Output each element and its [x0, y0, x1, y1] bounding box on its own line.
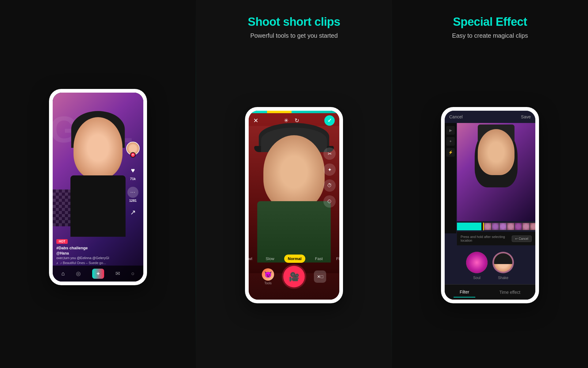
phone-wrapper-middle: ✕ ✳ ↻ ✓	[245, 52, 343, 359]
man-face	[263, 135, 325, 209]
feed-side-icons: + ♥ 71k ··· 1281 ↗	[126, 142, 140, 217]
discover-icon: ◎	[76, 270, 81, 277]
speed-selector: Crawl Slow Normal Fast Flash	[249, 255, 339, 263]
right-subtitle: Easy to create magical clips	[452, 32, 528, 39]
tab-filter[interactable]: Filter	[454, 287, 475, 297]
main-container: GIRL + ♥	[0, 0, 588, 368]
camera-screen: ✕ ✳ ↻ ✓	[249, 111, 339, 300]
feed-username[interactable]: @Hana	[56, 251, 126, 255]
share-button[interactable]: ↗	[130, 209, 136, 217]
thumb-3	[499, 223, 507, 230]
tab-time-effect[interactable]: Time effect	[493, 287, 526, 297]
camera-close-button[interactable]: ✕	[253, 117, 258, 124]
timeline-thumbnails	[484, 223, 535, 230]
timeline-strip[interactable]	[457, 223, 535, 230]
nav-add-button[interactable]: +	[92, 269, 104, 279]
left-icon-3[interactable]: ⚡	[446, 148, 455, 157]
comment-count: 1281	[129, 199, 137, 202]
comment-button[interactable]: ··· 1281	[127, 187, 138, 202]
hold-cancel-button[interactable]: ↩ Cancel	[512, 236, 532, 242]
middle-subtitle: Powerful tools to get you started	[250, 32, 338, 39]
share-icon: ↗	[130, 209, 136, 217]
feed-hashtag[interactable]: #Dabs challenge	[56, 246, 126, 250]
middle-title: Shoot short clips	[248, 15, 340, 29]
thumb-7	[530, 223, 535, 230]
nav-profile[interactable]: ○	[131, 270, 135, 277]
hold-cancel-label: Cancel	[519, 237, 528, 240]
home-icon: ⌂	[61, 270, 65, 277]
effects-save-button[interactable]: Save	[521, 114, 531, 119]
effects-video-bg	[457, 123, 535, 221]
speed-crawl[interactable]: Crawl	[249, 255, 256, 263]
effects-tool[interactable]: ✦	[323, 163, 336, 176]
nav-discover[interactable]: ◎	[76, 270, 81, 277]
panel-right: Special Effect Easy to create magical cl…	[392, 0, 588, 368]
speed-normal[interactable]: Normal	[284, 255, 305, 263]
effects-bottom-tabs: Filter Time effect	[445, 284, 535, 300]
record-area: 😈 Tools 🎥 ✕□	[249, 266, 339, 287]
feed-description: over,turn you @Eelinna @GeleryGl	[56, 256, 126, 260]
camera-icon: 🎥	[289, 272, 300, 282]
tools-icon[interactable]: 😈	[262, 268, 274, 281]
countdown-tool[interactable]: ⏲	[323, 195, 336, 208]
panel-left: GIRL + ♥	[0, 0, 196, 368]
music-note-icon: ♪	[56, 261, 58, 265]
thumb-4	[507, 223, 514, 230]
feed-bottom-overlay: HOT #Dabs challenge @Hana over,turn you …	[56, 238, 126, 265]
speed-flash[interactable]: Flash	[333, 255, 339, 263]
camera-yellow-strip	[267, 111, 292, 113]
like-button[interactable]: ♥ 71k	[127, 165, 138, 181]
effects-video-area	[457, 123, 535, 221]
timer-tool[interactable]: ⏱	[323, 179, 336, 192]
soul-thumbnail	[466, 252, 488, 273]
scissors-tool[interactable]: ✂	[323, 148, 336, 160]
speed-fast[interactable]: Fast	[311, 255, 326, 263]
nav-messages[interactable]: ✉	[115, 270, 120, 277]
tools-label: Tools	[264, 282, 271, 285]
thumb-5	[514, 223, 522, 230]
feed-screen: GIRL + ♥	[53, 93, 143, 282]
phone-screen-middle: ✕ ✳ ↻ ✓	[249, 111, 339, 300]
phone-frame-right: ▶ ✦ ⚡ Cancel Save	[441, 107, 539, 303]
effects-left-panel: ▶ ✦ ⚡	[445, 123, 456, 233]
thumb-2	[492, 223, 499, 230]
shake-thumbnail	[492, 252, 514, 273]
avatar-wrapper: +	[126, 142, 140, 155]
camera-confirm-button[interactable]: ✓	[324, 115, 335, 126]
follow-button[interactable]: +	[130, 152, 136, 158]
phone-wrapper-left: GIRL + ♥	[49, 15, 147, 359]
camera-green-strip	[249, 111, 339, 113]
timeline-cyan	[457, 223, 481, 230]
undo-icon: ↩	[515, 237, 518, 240]
soul-label: Soul	[473, 276, 481, 280]
feed-bottom-nav: ⌂ ◎ + ✉ ○	[53, 266, 143, 282]
effect-shake[interactable]: Shake	[492, 252, 514, 280]
thumb-6	[522, 223, 530, 230]
nav-home[interactable]: ⌂	[61, 270, 65, 277]
person-body	[70, 175, 126, 237]
cancel-record-button[interactable]: ✕□	[314, 270, 326, 283]
hold-text: Press and hold after selecting location	[461, 235, 512, 242]
left-icon-2[interactable]: ✦	[446, 137, 455, 146]
person-face	[74, 117, 123, 178]
profile-icon: ○	[131, 270, 135, 277]
effects-header: Cancel Save	[449, 114, 531, 119]
feed-music-text: ♪ Beautiful Ones – Suede go...	[60, 261, 106, 265]
speed-slow[interactable]: Slow	[262, 255, 278, 263]
effects-screen: ▶ ✦ ⚡ Cancel Save	[445, 111, 535, 300]
messages-icon: ✉	[115, 270, 120, 277]
heart-icon: ♥	[127, 165, 138, 176]
comment-icon: ···	[127, 187, 138, 198]
effect-soul[interactable]: Soul	[466, 252, 488, 280]
phone-screen-left: GIRL + ♥	[53, 93, 143, 282]
left-icon-1[interactable]: ▶	[446, 126, 455, 135]
effects-cancel-button[interactable]: Cancel	[449, 114, 463, 119]
effects-thumbs: Soul Shake	[445, 252, 535, 280]
hold-instructions: Press and hold after selecting location …	[457, 232, 535, 245]
record-button[interactable]: 🎥	[283, 266, 305, 287]
hot-badge: HOT	[56, 239, 68, 244]
camera-right-tools: ✂ ✦ ⏱ ⏲	[323, 148, 336, 208]
phone-screen-right: ▶ ✦ ⚡ Cancel Save	[445, 111, 535, 300]
tools-icon-wrapper: 😈 Tools	[262, 268, 274, 285]
man-body	[257, 201, 331, 263]
